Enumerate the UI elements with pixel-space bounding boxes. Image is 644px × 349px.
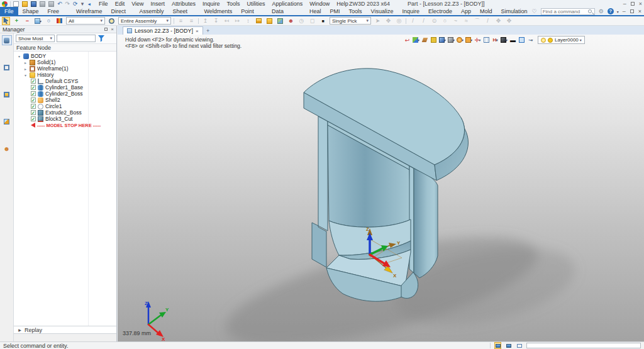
layer-combo[interactable]: Layer0000 ▾ (538, 36, 585, 44)
menu-inquire[interactable]: Inquire (203, 1, 220, 7)
qat-pin-icon[interactable]: ◄ (87, 2, 91, 6)
ribbon-tab-visualize[interactable]: Visualize (367, 7, 398, 16)
expander-icon[interactable]: ▸ (23, 67, 28, 71)
polyline-tool-icon[interactable]: / (419, 17, 428, 25)
stop-record-icon[interactable]: ■ (319, 17, 327, 25)
ribbon-tab-directedit[interactable]: Direct Edit (106, 7, 135, 16)
filter-funnel-icon[interactable] (97, 35, 105, 42)
ribbon-tab-mold[interactable]: Mold (475, 7, 497, 16)
feature-node-header[interactable]: Feature Node (14, 44, 116, 52)
menu-view[interactable]: View (131, 1, 143, 7)
manager-close-button[interactable]: × (111, 26, 114, 32)
qat-dropdown-icon[interactable]: ▾ (81, 1, 84, 7)
tree-row-circle1[interactable]: ✓ Circle1 (14, 103, 116, 109)
entity-filter-combo[interactable]: All▾ (66, 17, 105, 25)
zoom-extent-icon[interactable]: ▾ (465, 36, 472, 43)
history-clock-icon[interactable] (108, 17, 116, 25)
model-stop-marker[interactable]: ----- MODEL STOP HERE ----- (14, 122, 116, 128)
new-document-tab-button[interactable]: + (203, 26, 213, 35)
redo-icon[interactable]: ↷ (65, 1, 70, 7)
align-right-icon[interactable]: ≡ (187, 17, 196, 25)
ribbon-tab-simulation[interactable]: Simulation (497, 7, 532, 16)
arc-tool-icon[interactable]: ⌒ (473, 17, 481, 25)
render-mode-icon[interactable]: ▾ (413, 36, 419, 43)
folder-tool-icon[interactable] (265, 17, 274, 25)
checkbox-checked[interactable]: ✓ (31, 116, 36, 121)
face-display-icon[interactable] (430, 36, 437, 43)
pick-gray-icon-3[interactable]: ◎ (395, 17, 403, 25)
checkbox-checked[interactable]: ✓ (31, 91, 36, 96)
ribbon-tab-wireframe[interactable]: Wireframe (72, 7, 107, 16)
menu-window[interactable]: Window (309, 1, 330, 7)
ribbon-tab-inquire[interactable]: Inquire (397, 7, 424, 16)
checkbox-checked[interactable]: ✓ (31, 85, 36, 90)
undo-icon[interactable]: ↶ (57, 1, 62, 7)
ribbon-tab-shape[interactable]: Shape (18, 7, 43, 16)
menu-attributes[interactable]: Attributes (172, 1, 196, 7)
ribbon-tab-electrode[interactable]: Electrode (424, 7, 457, 16)
tree-row-history[interactable]: ▾ History (14, 72, 116, 78)
fullscreen-icon[interactable] (505, 342, 512, 349)
ribbon-tab-assembly[interactable]: Assembly (135, 7, 168, 16)
window-layout-icon[interactable] (516, 342, 523, 349)
status-input-field[interactable] (526, 343, 641, 348)
menu-applications[interactable]: Applications (272, 1, 303, 7)
refresh-icon[interactable]: ⟳ (73, 1, 78, 7)
lasso-select-icon[interactable]: ○ (45, 17, 53, 25)
minimize-button[interactable]: – (623, 1, 626, 7)
line-width-icon[interactable]: ▬ (509, 36, 516, 43)
role-manager-icon[interactable]: ☻ (2, 143, 12, 153)
pick-gray-icon-2[interactable]: ✥ (384, 17, 392, 25)
shadow-cube-icon[interactable]: ▾ (501, 36, 508, 43)
document-tab-close-icon[interactable]: × (196, 28, 199, 34)
clock-gray-icon[interactable]: ◷ (297, 17, 306, 25)
show-filter-combo[interactable]: Show Most▾ (16, 35, 55, 42)
ribbon-tab-sheetmetal[interactable]: Sheet Metal (169, 7, 200, 16)
hatch-display-icon[interactable]: H▾ (492, 36, 499, 43)
section-view-icon[interactable]: ▾ (457, 36, 464, 43)
display-mode-icon[interactable] (494, 342, 501, 349)
favorites-heart-icon[interactable]: ♡ (532, 8, 537, 14)
ribbon-tab-pointcloud[interactable]: Point Cloud (236, 7, 267, 16)
drag-hand-icon-1[interactable]: ✥ (494, 17, 502, 25)
datum-display-icon[interactable]: ✛▾ (474, 36, 481, 43)
curve-tool-icon[interactable]: ≈ (462, 17, 470, 25)
view-manager-icon[interactable] (2, 116, 12, 126)
menu-help[interactable]: Help (336, 1, 348, 7)
tree-row-shell2[interactable]: ✓ Shell2 (14, 97, 116, 103)
constraint-icon-5[interactable]: ↕ (244, 17, 252, 25)
feature-tree-icon[interactable] (2, 35, 12, 45)
layers-stack-icon[interactable] (255, 17, 263, 25)
person-tool-icon[interactable]: ☻ (287, 17, 295, 25)
checkbox-checked[interactable]: ✓ (31, 97, 36, 102)
picture-select-icon[interactable]: ▾ (34, 17, 42, 25)
tree-row-solid[interactable]: ▸ Solid(1) (14, 59, 116, 65)
checkbox-checked[interactable]: ✓ (31, 110, 36, 115)
save-icon[interactable] (31, 1, 36, 7)
new-file-icon[interactable] (13, 1, 19, 7)
close-button[interactable]: × (639, 1, 642, 7)
image-tool-icon[interactable] (276, 17, 284, 25)
open-file-icon[interactable] (22, 1, 28, 7)
drag-hand-icon-2[interactable]: ✥ (505, 17, 513, 25)
menu-edit[interactable]: Edit (115, 1, 125, 7)
ribbon-tab-dataexchange[interactable]: Data Exchange (267, 7, 305, 16)
shaded-cube-icon[interactable]: ▾ (439, 36, 446, 43)
manager-float-button[interactable] (104, 28, 108, 31)
constraint-icon-4[interactable]: ↦ (233, 17, 242, 25)
scope-combo[interactable]: Entire Assembly▾ (118, 17, 171, 25)
ribbon-tab-tools[interactable]: Tools (345, 7, 367, 16)
manager-search-input[interactable] (57, 35, 96, 42)
ribbon-tab-file[interactable]: File (0, 7, 18, 16)
menu-tools[interactable]: Tools (227, 1, 240, 7)
pick-gray-icon-1[interactable]: ➤ (374, 17, 382, 25)
checkbox-checked[interactable]: ✓ (31, 104, 36, 109)
exit-sketch-icon[interactable]: ↩ (404, 36, 411, 43)
menu-file[interactable]: File (99, 1, 108, 7)
filter-chart-icon[interactable] (55, 17, 64, 25)
center-circle-tool-icon[interactable]: ⊙ (430, 17, 438, 25)
doc-restore-button[interactable] (630, 9, 634, 13)
layer-dropdown-icon[interactable]: ▾ (580, 38, 582, 42)
tree-row-cylinder2-boss[interactable]: ✓ Cylinder2_Boss (14, 91, 116, 97)
layer-visibility-bulb-icon[interactable] (541, 38, 546, 43)
